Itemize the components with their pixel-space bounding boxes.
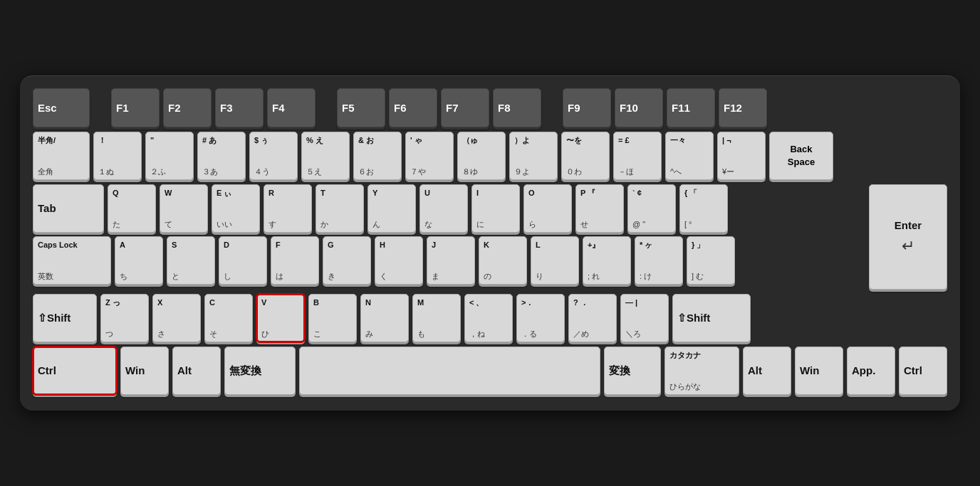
- key-n[interactable]: Nみ: [360, 294, 409, 342]
- key-q[interactable]: Qた: [108, 184, 156, 233]
- key-i[interactable]: Iに: [471, 184, 520, 233]
- key-9[interactable]: ）よ９よ: [509, 132, 558, 180]
- keyboard: EscF1F2F3F4F5F6F7F8F9F10F11F12半角/全角！１ぬ"２…: [20, 75, 960, 411]
- key-bracket-close[interactable]: } 」] む: [687, 236, 735, 285]
- asdf-row: Caps Lock英数AちSとDしFはGきHくJまKのLり+』; れ* ヶ: け…: [33, 236, 865, 285]
- key-0[interactable]: 〜を０わ: [561, 132, 610, 180]
- key-space[interactable]: [299, 347, 600, 395]
- key-ctrl-right[interactable]: Ctrl: [899, 347, 947, 395]
- key-alt-right[interactable]: Alt: [743, 347, 791, 395]
- key-3[interactable]: # あ３あ: [197, 132, 246, 180]
- key-c[interactable]: Cそ: [204, 294, 253, 342]
- key-f2[interactable]: F2: [163, 88, 212, 127]
- key-s[interactable]: Sと: [167, 236, 215, 285]
- key-semicolon[interactable]: +』; れ: [583, 236, 631, 285]
- key-f1[interactable]: F1: [111, 88, 160, 127]
- key-b[interactable]: Bこ: [308, 294, 357, 342]
- qwerty-row: TabQたWてE ぃいいRすTかYんUなIにOらP 『せ` ¢@ "{ 「[ °: [33, 184, 865, 233]
- key-7[interactable]: ' ゃ７や: [405, 132, 454, 180]
- key-4[interactable]: $ ぅ４う: [249, 132, 298, 180]
- key-win-left[interactable]: Win: [120, 347, 169, 395]
- key-v[interactable]: Vひ: [256, 294, 305, 342]
- key-u[interactable]: Uな: [419, 184, 468, 233]
- key-k[interactable]: Kの: [479, 236, 527, 285]
- key-win-right[interactable]: Win: [795, 347, 843, 395]
- key-f[interactable]: Fは: [271, 236, 319, 285]
- key-comma[interactable]: < 、，ね: [464, 294, 513, 342]
- key-capslock[interactable]: Caps Lock英数: [33, 236, 111, 285]
- key-p[interactable]: P 『せ: [575, 184, 624, 233]
- key-ctrl-left[interactable]: Ctrl: [33, 347, 117, 395]
- key-8[interactable]: （ゅ８ゆ: [457, 132, 506, 180]
- key-y[interactable]: Yん: [368, 184, 416, 233]
- key-o[interactable]: Oら: [523, 184, 572, 233]
- key-f12[interactable]: F12: [719, 88, 767, 127]
- key-m[interactable]: Mも: [412, 294, 461, 342]
- key-t[interactable]: Tか: [316, 184, 364, 233]
- key-f10[interactable]: F10: [615, 88, 663, 127]
- key-r[interactable]: Rす: [264, 184, 312, 233]
- key-5[interactable]: % え５え: [301, 132, 350, 180]
- key-shift-right[interactable]: ⇧Shift: [672, 294, 751, 342]
- key-hankaku[interactable]: 半角/全角: [33, 132, 90, 180]
- key-f9[interactable]: F9: [563, 88, 611, 127]
- key-bracket-open[interactable]: { 「[ °: [679, 184, 728, 233]
- key-app[interactable]: App.: [847, 347, 895, 395]
- key-f3[interactable]: F3: [215, 88, 264, 127]
- key-henkan[interactable]: 変換: [604, 347, 661, 395]
- key-z[interactable]: Z っつ: [100, 294, 149, 342]
- key-period[interactable]: >．．る: [516, 294, 565, 342]
- key-6[interactable]: & お６お: [353, 132, 402, 180]
- key-tab[interactable]: Tab: [33, 184, 104, 233]
- key-d[interactable]: Dし: [219, 236, 267, 285]
- number-row: 半角/全角！１ぬ"２ふ# あ３あ$ ぅ４う% え５え& お６お' ゃ７や（ゅ８ゆ…: [33, 132, 947, 180]
- key-caret[interactable]: 一々^へ: [665, 132, 714, 180]
- key-f11[interactable]: F11: [667, 88, 715, 127]
- key-f6[interactable]: F6: [389, 88, 437, 127]
- fn-row: EscF1F2F3F4F5F6F7F8F9F10F11F12: [33, 88, 947, 127]
- key-f8[interactable]: F8: [493, 88, 541, 127]
- key-x[interactable]: Xさ: [152, 294, 201, 342]
- key-esc[interactable]: Esc: [33, 88, 90, 127]
- key-l[interactable]: Lり: [531, 236, 579, 285]
- key-h[interactable]: Hく: [375, 236, 423, 285]
- key-colon[interactable]: * ヶ: け: [635, 236, 683, 285]
- bottom-row: CtrlWinAlt無変換変換カタカナひらがなAltWinApp.Ctrl: [33, 347, 947, 395]
- key-j[interactable]: Jま: [427, 236, 475, 285]
- key-alt-left[interactable]: Alt: [172, 347, 221, 395]
- key-minus[interactable]: = £－ほ: [613, 132, 662, 180]
- key-f4[interactable]: F4: [267, 88, 316, 127]
- key-shift-left[interactable]: ⇧Shift: [33, 294, 97, 342]
- key-backspace[interactable]: BackSpace: [769, 132, 833, 180]
- key-enter[interactable]: Enter↵: [869, 184, 947, 290]
- key-yen[interactable]: | ¬¥ー: [717, 132, 766, 180]
- key-katakana[interactable]: カタカナひらがな: [664, 347, 739, 395]
- key-at[interactable]: ` ¢@ ": [627, 184, 676, 233]
- key-1[interactable]: ！１ぬ: [93, 132, 142, 180]
- key-a[interactable]: Aち: [115, 236, 163, 285]
- key-f7[interactable]: F7: [441, 88, 489, 127]
- key-w[interactable]: Wて: [160, 184, 208, 233]
- key-muhenkan[interactable]: 無変換: [224, 347, 296, 395]
- key-f5[interactable]: F5: [337, 88, 385, 127]
- key-e[interactable]: E ぃいい: [212, 184, 260, 233]
- key-slash[interactable]: ? ．／め: [568, 294, 617, 342]
- key-g[interactable]: Gき: [323, 236, 371, 285]
- key-2[interactable]: "２ふ: [145, 132, 194, 180]
- shift-row: ⇧ShiftZ っつXさCそVひBこNみMも< 、，ね>．．る? ．／め— |＼…: [33, 294, 947, 342]
- key-underscore[interactable]: — |＼ろ: [620, 294, 669, 342]
